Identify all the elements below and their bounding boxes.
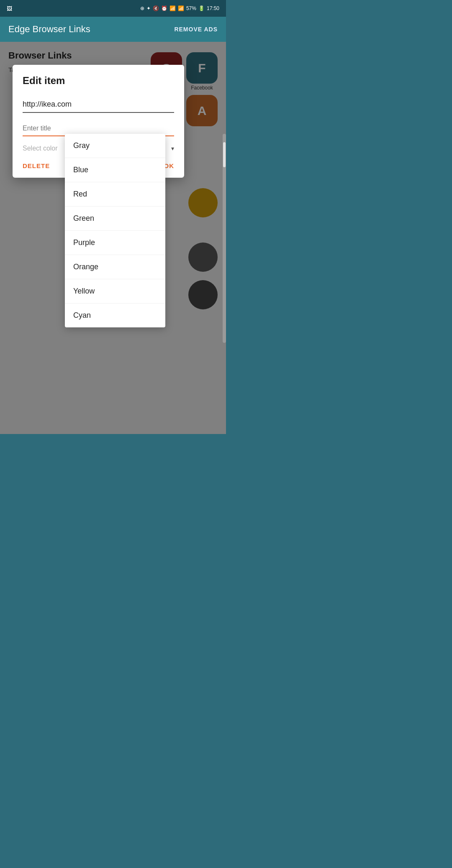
remove-ads-button[interactable]: REMOVE ADS: [174, 26, 218, 33]
status-right-icons: ⊕ ✦ 🔇 ⏰ 📶 📶 57% 🔋 17:50: [140, 5, 219, 11]
battery-icon: 🔋: [198, 5, 205, 11]
dropdown-item-yellow[interactable]: Yellow: [65, 279, 165, 304]
app-bar: Edge Browser Links REMOVE ADS: [0, 17, 226, 42]
clock-time: 17:50: [207, 5, 219, 11]
dropdown-item-green[interactable]: Green: [65, 207, 165, 231]
delete-button[interactable]: DELETE: [23, 162, 50, 169]
scrollbar-thumb: [223, 142, 226, 167]
clock-add-icon: ⊕: [140, 5, 144, 11]
wifi-icon: 📶: [170, 5, 176, 11]
dropdown-item-blue[interactable]: Blue: [65, 158, 165, 182]
status-left-icons: 🖼: [7, 5, 12, 12]
dropdown-item-cyan[interactable]: Cyan: [65, 304, 165, 327]
color-dropdown-list: Gray Blue Red Green Purple Orange Yellow…: [65, 134, 165, 327]
image-icon: 🖼: [7, 5, 12, 12]
dropdown-item-purple[interactable]: Purple: [65, 231, 165, 255]
main-content: Browser Links Tap the icons on the right…: [0, 42, 226, 434]
bluetooth-icon: ✦: [146, 5, 151, 11]
ok-button[interactable]: OK: [164, 162, 175, 169]
dialog-title: Edit item: [23, 75, 174, 87]
dropdown-arrow-icon[interactable]: ▾: [171, 145, 174, 152]
scrollbar-track[interactable]: [223, 134, 226, 343]
mute-icon: 🔇: [153, 5, 159, 11]
dropdown-item-orange[interactable]: Orange: [65, 255, 165, 279]
signal-icon: 📶: [178, 5, 184, 11]
battery-percent: 57%: [186, 5, 196, 11]
status-bar: 🖼 ⊕ ✦ 🔇 ⏰ 📶 📶 57% 🔋 17:50: [0, 0, 226, 17]
app-title: Edge Browser Links: [8, 24, 90, 35]
alarm-icon: ⏰: [161, 5, 167, 11]
dropdown-item-red[interactable]: Red: [65, 182, 165, 207]
url-input[interactable]: [23, 97, 174, 113]
color-select-label: Select color: [23, 145, 58, 152]
dropdown-item-gray[interactable]: Gray: [65, 134, 165, 158]
